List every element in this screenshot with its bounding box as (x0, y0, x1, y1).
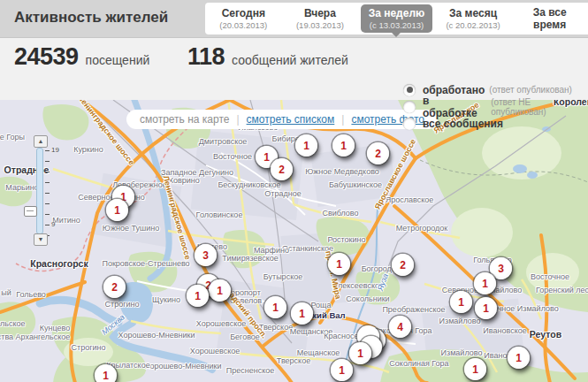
zoom-tick (45, 203, 50, 204)
map-marker[interactable]: 1 (264, 296, 286, 318)
message-filters: обработано(ответ опубликован)в обработке… (403, 81, 588, 132)
tab-bubble: Вчера(19.03.2013) (288, 4, 352, 33)
filter-label: все сообщения (423, 118, 503, 130)
map-marker[interactable]: 2 (103, 276, 126, 298)
map-marker[interactable]: 1 (187, 285, 209, 307)
map-marker[interactable]: 1 (332, 134, 355, 157)
header-bar: Активность жителей Сегодня(20.03.2013)Вч… (0, 0, 588, 37)
zoom-tick (45, 214, 50, 215)
map-canvas[interactable]: ХимкиНагорноеКоролевКрасногорскРеутовОтр… (0, 99, 588, 382)
zoom-tick (45, 172, 50, 172)
map-marker[interactable]: 1 (475, 297, 497, 319)
view-current: смотреть на карте (140, 113, 229, 126)
filter-label: в обработке (423, 95, 486, 119)
map-marker[interactable]: 1 (209, 279, 231, 302)
zoom-max-label: 19 (51, 146, 59, 154)
map-marker[interactable]: 1 (464, 358, 486, 380)
map-markers-layer: 11212113221111123111411111 (0, 100, 588, 382)
page-title: Активность жителей (14, 9, 168, 27)
map-marker[interactable]: 1 (474, 272, 496, 294)
tab-4[interactable]: За месяц(с 20.02.2013) (435, 3, 512, 34)
tab-bubble: Сегодня(20.03.2013) (211, 4, 275, 33)
tab-label: Сегодня (219, 7, 267, 19)
tab-bar: Сегодня(20.03.2013)Вчера(19.03.2013)За н… (205, 3, 588, 34)
zoom-slider-handle[interactable] (24, 206, 37, 217)
tab-1[interactable]: Сегодня(20.03.2013) (205, 3, 282, 34)
tab-date: (19.03.2013) (296, 20, 344, 30)
map-marker[interactable]: 2 (367, 142, 389, 164)
radio-selected-icon[interactable] (403, 84, 416, 96)
visits-value: 24539 (14, 43, 79, 71)
stats-band: 24539 посещений 118 сообщений жителей см… (0, 37, 588, 100)
filter-note: (ответ НЕ опубликован) (491, 97, 588, 117)
tab-bubble: За все время (511, 4, 588, 34)
zoom-min-label: 9 (51, 220, 55, 228)
zoom-tick (45, 182, 50, 183)
zoom-in-button[interactable]: ▲ (34, 135, 48, 148)
tab-date: (20.03.2013) (219, 20, 267, 30)
filter-note: (ответ опубликован) (489, 85, 572, 95)
tab-2[interactable]: Вчера(19.03.2013) (282, 3, 359, 34)
tab-label: За неделю (369, 7, 425, 19)
zoom-tick (45, 225, 50, 225)
zoom-tick (45, 193, 50, 194)
tab-label: Вчера (296, 7, 344, 19)
radio-icon[interactable] (403, 101, 416, 113)
tab-label: За все время (519, 6, 580, 32)
filter-option-2[interactable]: в обработке(ответ НЕ опубликован) (403, 98, 588, 115)
zoom-slider-track[interactable] (36, 148, 43, 234)
view-link-2[interactable]: смотреть списком (247, 113, 335, 126)
view-switcher: смотреть на карте|смотреть списком|смотр… (126, 110, 438, 129)
messages-label: сообщений жителей (232, 53, 348, 67)
map-marker[interactable]: 2 (271, 158, 293, 180)
map-marker[interactable]: 4 (389, 316, 411, 338)
tab-date: (с 20.02.2013) (446, 20, 500, 30)
zoom-tick (45, 161, 50, 162)
radio-icon[interactable] (403, 118, 416, 130)
tab-bubble: За месяц(с 20.02.2013) (438, 4, 508, 33)
tab-date: (с 13.03.2013) (369, 20, 425, 30)
map-marker[interactable]: 2 (392, 254, 414, 276)
filter-option-3[interactable]: все сообщения (403, 115, 588, 132)
map-marker[interactable]: 1 (508, 347, 530, 369)
activity-page: Активность жителей Сегодня(20.03.2013)Вч… (0, 0, 588, 382)
map-marker[interactable]: 1 (291, 302, 313, 325)
map-marker[interactable]: 1 (349, 342, 371, 364)
map-marker[interactable]: 1 (295, 134, 317, 157)
map-marker[interactable]: 1 (450, 291, 472, 313)
map-marker[interactable]: 1 (106, 199, 128, 221)
map-marker[interactable]: 1 (95, 364, 117, 382)
visits-label: посещений (86, 53, 150, 67)
view-separator: | (341, 113, 344, 126)
map-marker[interactable]: 3 (195, 244, 217, 266)
tab-3[interactable]: За неделю(с 13.03.2013) (358, 3, 435, 34)
messages-stat: 118 сообщений жителей (187, 43, 348, 71)
map-marker[interactable]: 1 (331, 359, 353, 381)
tab-5[interactable]: За все время (511, 3, 588, 34)
zoom-out-button[interactable]: ▼ (34, 233, 48, 246)
messages-value: 118 (187, 43, 225, 71)
zoom-tick (45, 150, 50, 151)
visits-stat: 24539 посещений (14, 43, 149, 71)
map-marker[interactable]: 1 (328, 253, 350, 275)
tab-bubble: За неделю(с 13.03.2013) (361, 4, 433, 33)
tab-label: За месяц (446, 7, 500, 19)
view-separator: | (236, 113, 239, 126)
